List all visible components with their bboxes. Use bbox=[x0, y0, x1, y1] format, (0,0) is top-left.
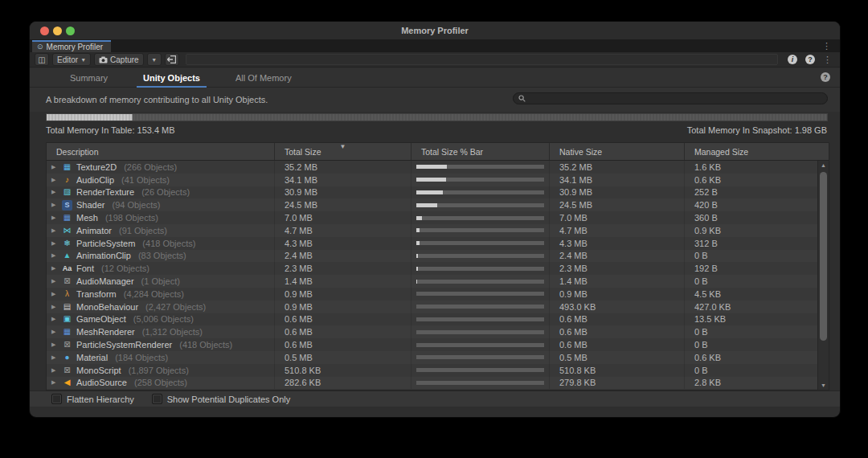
table-row[interactable]: ▶◀AudioSource(258 Objects)282.6 KB279.8 … bbox=[47, 377, 829, 390]
managed-size-value: 252 B bbox=[694, 187, 718, 197]
table-row[interactable]: ▶AaFont(12 Objects)2.3 MB2.3 MB192 B bbox=[47, 262, 829, 275]
scroll-up-icon[interactable]: ▲ bbox=[818, 162, 829, 168]
managed-size-value: 0 B bbox=[694, 340, 708, 350]
total-size-cell: 24.5 MB bbox=[274, 198, 411, 211]
capture-options-dropdown[interactable]: ▼ bbox=[147, 53, 162, 66]
native-size-value: 4.7 MB bbox=[559, 226, 588, 235]
checkbox-show-potential-duplicates-only[interactable]: Show Potential Duplicates Only bbox=[152, 394, 290, 404]
unity-objects-table: Description ▼ Total Size Total Size % Ba… bbox=[46, 142, 829, 391]
column-header-description[interactable]: Description bbox=[47, 143, 274, 160]
column-header-managed-size[interactable]: Managed Size bbox=[684, 143, 818, 160]
table-row[interactable]: ▶▨RenderTexture(26 Objects)30.9 MB30.9 M… bbox=[47, 186, 829, 199]
object-type-label: AudioSource bbox=[76, 378, 127, 387]
percent-bar-track bbox=[416, 267, 544, 271]
editor-dropdown[interactable]: Editor ▼ bbox=[52, 53, 91, 66]
expand-arrow-icon[interactable]: ▶ bbox=[51, 164, 58, 170]
tab-summary[interactable]: Summary bbox=[52, 68, 125, 88]
expand-arrow-icon[interactable]: ▶ bbox=[51, 189, 58, 195]
expand-arrow-icon[interactable]: ▶ bbox=[51, 341, 58, 348]
doc-tab-memory-profiler[interactable]: ⊙ Memory Profiler bbox=[32, 40, 111, 52]
native-size-cell: 0.6 MB bbox=[549, 313, 684, 326]
table-row[interactable]: ▶▤MonoBehaviour(2,427 Objects)0.9 MB493.… bbox=[47, 301, 829, 313]
search-input[interactable] bbox=[513, 92, 828, 104]
info-icon[interactable]: i bbox=[788, 55, 797, 64]
checkbox-box[interactable] bbox=[152, 394, 162, 404]
expand-arrow-icon[interactable]: ▶ bbox=[51, 354, 58, 361]
expand-arrow-icon[interactable]: ▶ bbox=[51, 316, 58, 322]
expand-arrow-icon[interactable]: ▶ bbox=[51, 215, 58, 221]
expand-arrow-icon[interactable]: ▶ bbox=[51, 278, 58, 284]
table-row[interactable]: ▶●Material(184 Objects)0.5 MB0.5 MB0.6 K… bbox=[47, 351, 829, 364]
scroll-down-icon[interactable]: ▼ bbox=[818, 382, 829, 388]
window-menu-icon[interactable]: ⋮ bbox=[822, 42, 831, 51]
table-row[interactable]: ▶♪AudioClip(41 Objects)34.1 MB34.1 MB0.6… bbox=[47, 174, 829, 186]
native-size-cell: 493.0 KB bbox=[549, 301, 684, 313]
description-cell: ▶▦Mesh(198 Objects) bbox=[47, 211, 274, 224]
column-header-native-size[interactable]: Native Size bbox=[549, 143, 684, 160]
table-row[interactable]: ▶▦MeshRenderer(1,312 Objects)0.6 MB0.6 M… bbox=[47, 325, 829, 338]
total-size-cell: 30.9 MB bbox=[274, 186, 411, 199]
table-row[interactable]: ▶▦Texture2D(266 Objects)35.2 MB35.2 MB1.… bbox=[47, 161, 829, 174]
total-size-cell: 0.9 MB bbox=[274, 301, 411, 313]
expand-arrow-icon[interactable]: ▶ bbox=[51, 379, 58, 386]
memory-profiler-window: Memory Profiler ⊙ Memory Profiler ⋮ ◫ Ed… bbox=[29, 21, 841, 418]
table-row[interactable]: ▶SShader(94 Objects)24.5 MB24.5 MB420 B bbox=[47, 198, 829, 211]
column-header-total-size-bar[interactable]: Total Size % Bar bbox=[411, 143, 549, 160]
managed-size-value: 13.5 KB bbox=[694, 314, 726, 324]
tab-help-icon[interactable]: ? bbox=[821, 72, 830, 82]
object-count-label: (418 Objects) bbox=[179, 340, 232, 350]
checkbox-box[interactable] bbox=[51, 394, 62, 404]
audioclip-icon: ♪ bbox=[62, 174, 72, 185]
expand-arrow-icon[interactable]: ▶ bbox=[51, 252, 58, 259]
total-size-percent-bar-cell bbox=[411, 174, 549, 186]
expand-arrow-icon[interactable]: ▶ bbox=[51, 329, 58, 335]
table-row[interactable]: ▶λTransform(4,284 Objects)0.9 MB0.9 MB4.… bbox=[47, 288, 829, 301]
import-snapshot-button[interactable] bbox=[165, 53, 179, 66]
managed-size-cell: 1.6 KB bbox=[684, 161, 806, 174]
tab-all-of-memory[interactable]: All Of Memory bbox=[218, 68, 309, 88]
toolbar-menu-icon[interactable]: ⋮ bbox=[823, 55, 832, 64]
table-row[interactable]: ▶⊠MonoScript(1,897 Objects)510.8 KB510.8… bbox=[47, 364, 829, 377]
table-row[interactable]: ▶▦Mesh(198 Objects)7.0 MB7.0 MB360 B bbox=[47, 211, 829, 224]
expand-arrow-icon[interactable]: ▶ bbox=[51, 265, 58, 272]
total-size-cell: 35.2 MB bbox=[274, 161, 411, 174]
native-size-value: 0.6 MB bbox=[559, 314, 588, 324]
expand-arrow-icon[interactable]: ▶ bbox=[51, 304, 58, 310]
native-size-cell: 0.6 MB bbox=[549, 325, 684, 338]
native-size-value: 2.4 MB bbox=[559, 251, 588, 260]
table-row[interactable]: ▶▲AnimationClip(83 Objects)2.4 MB2.4 MB0… bbox=[47, 250, 829, 263]
managed-size-value: 0 B bbox=[694, 327, 708, 337]
object-type-label: Shader bbox=[76, 200, 104, 210]
percent-bar-track bbox=[416, 216, 544, 220]
table-row[interactable]: ▶❄ParticleSystem(418 Objects)4.3 MB4.3 M… bbox=[47, 237, 829, 250]
expand-arrow-icon[interactable]: ▶ bbox=[51, 240, 58, 247]
help-icon[interactable]: ? bbox=[805, 55, 815, 64]
capture-button[interactable]: Capture bbox=[94, 53, 144, 66]
column-header-total-size[interactable]: ▼ Total Size bbox=[274, 143, 411, 160]
total-size-percent-bar-cell bbox=[411, 211, 549, 224]
object-type-label: Mesh bbox=[76, 213, 98, 223]
expand-arrow-icon[interactable]: ▶ bbox=[51, 367, 58, 374]
toggle-sidebar-button[interactable]: ◫ bbox=[35, 53, 49, 66]
tab-unity-objects[interactable]: Unity Objects bbox=[125, 68, 218, 88]
native-size-value: 0.6 MB bbox=[559, 327, 588, 337]
scrollbar-thumb[interactable] bbox=[820, 172, 827, 341]
native-size-cell: 34.1 MB bbox=[549, 174, 684, 186]
expand-arrow-icon[interactable]: ▶ bbox=[51, 177, 58, 183]
expand-arrow-icon[interactable]: ▶ bbox=[51, 291, 58, 297]
table-row[interactable]: ▶▣GameObject(5,006 Objects)0.6 MB0.6 MB1… bbox=[47, 313, 829, 326]
description-cell: ▶▦MeshRenderer(1,312 Objects) bbox=[47, 325, 274, 338]
managed-size-value: 0.6 KB bbox=[694, 175, 721, 185]
managed-size-cell: 0 B bbox=[684, 338, 806, 351]
expand-arrow-icon[interactable]: ▶ bbox=[51, 202, 58, 208]
total-size-value: 0.9 MB bbox=[285, 302, 313, 312]
checkbox-flatten-hierarchy[interactable]: Flatten Hierarchy bbox=[51, 394, 134, 404]
table-row[interactable]: ▶⋈Animator(91 Objects)4.7 MB4.7 MB0.9 KB bbox=[47, 224, 829, 237]
expand-arrow-icon[interactable]: ▶ bbox=[51, 227, 58, 234]
vertical-scrollbar[interactable]: ▲ ▼ bbox=[817, 161, 829, 390]
table-row[interactable]: ▶⊠AudioManager(1 Object)1.4 MB1.4 MB0 B bbox=[47, 275, 829, 288]
object-type-label: AnimationClip bbox=[76, 251, 131, 260]
table-row[interactable]: ▶⊠ParticleSystemRenderer(418 Objects)0.6… bbox=[47, 338, 829, 351]
object-count-label: (1,312 Objects) bbox=[142, 327, 203, 337]
object-count-label: (12 Objects) bbox=[101, 264, 149, 273]
